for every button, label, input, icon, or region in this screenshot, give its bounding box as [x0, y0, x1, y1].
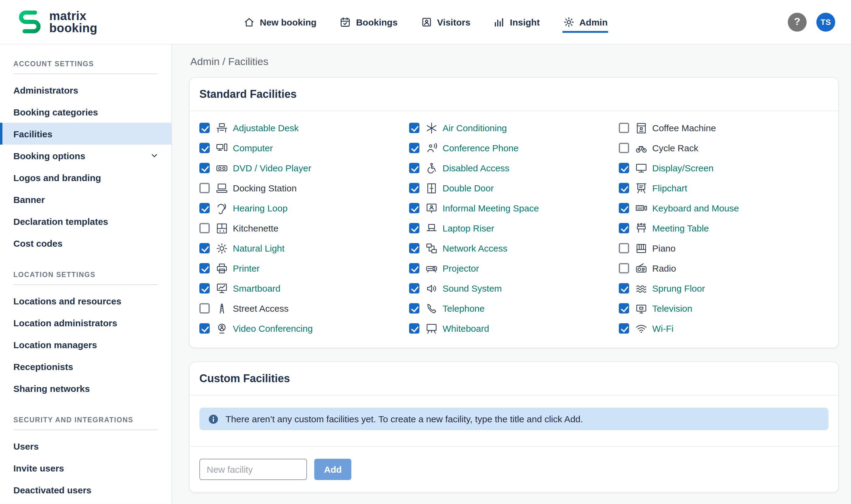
facility-checkbox[interactable]	[199, 223, 210, 233]
facility-checkbox[interactable]	[409, 143, 420, 153]
facility-checkbox[interactable]	[409, 303, 420, 313]
facility-checkbox[interactable]	[619, 283, 629, 293]
facility-label[interactable]: Cycle Rack	[652, 143, 698, 153]
facility-checkbox[interactable]	[619, 203, 629, 213]
new-facility-input[interactable]	[199, 459, 307, 480]
facility-label[interactable]: Natural Light	[233, 243, 284, 253]
facility-checkbox[interactable]	[409, 203, 420, 213]
facility-label[interactable]: DVD / Video Player	[233, 163, 311, 173]
brand[interactable]: matrix booking	[16, 8, 97, 36]
facility-checkbox[interactable]	[619, 163, 629, 173]
facility-label[interactable]: Whiteboard	[443, 323, 489, 334]
facility-checkbox[interactable]	[409, 263, 420, 273]
sidebar-item-banner[interactable]: Banner	[0, 188, 172, 210]
facility-checkbox[interactable]	[199, 263, 210, 273]
facility-label[interactable]: Double Door	[443, 183, 494, 193]
sidebar-item-location-managers[interactable]: Location managers	[0, 334, 172, 356]
facility-checkbox[interactable]	[409, 243, 420, 253]
sidebar-item-facilities[interactable]: Facilities	[0, 123, 172, 145]
facility-label[interactable]: Sound System	[443, 283, 502, 293]
facility-label[interactable]: Hearing Loop	[233, 203, 287, 213]
facility-checkbox[interactable]	[619, 183, 629, 193]
nav-item-bookings[interactable]: Bookings	[339, 11, 398, 33]
sidebar-item-receptionists[interactable]: Receptionists	[0, 356, 172, 377]
facility-label[interactable]: Flipchart	[652, 183, 687, 193]
facility-row: Printer	[199, 258, 409, 278]
sidebar-item-booking-categories[interactable]: Booking categories	[0, 101, 172, 123]
facility-label[interactable]: Network Access	[443, 243, 507, 253]
facility-label[interactable]: Piano	[652, 243, 676, 253]
facility-checkbox[interactable]	[199, 163, 210, 173]
facility-label[interactable]: Wi-Fi	[652, 323, 674, 334]
facility-label[interactable]: Display/Screen	[652, 163, 714, 173]
facility-checkbox[interactable]	[199, 143, 210, 153]
facility-checkbox[interactable]	[619, 223, 629, 233]
facility-label[interactable]: Sprung Floor	[652, 283, 705, 293]
sidebar-item-users[interactable]: Users	[0, 435, 172, 457]
facility-label[interactable]: Smartboard	[233, 283, 281, 293]
facility-checkbox[interactable]	[199, 323, 210, 334]
facility-checkbox[interactable]	[409, 163, 420, 173]
facility-checkbox[interactable]	[619, 143, 629, 153]
facility-checkbox[interactable]	[409, 223, 420, 233]
facility-label[interactable]: Meeting Table	[652, 223, 709, 233]
sidebar-item-deactivated-users[interactable]: Deactivated users	[0, 479, 172, 501]
facility-checkbox[interactable]	[409, 323, 420, 334]
nav-item-visitors[interactable]: Visitors	[420, 11, 471, 33]
facility-label[interactable]: Laptop Riser	[443, 223, 494, 233]
sidebar-item-sharing-networks[interactable]: Sharing networks	[0, 377, 172, 399]
facility-label[interactable]: Docking Station	[233, 183, 297, 193]
nav-item-insight[interactable]: Insight	[493, 11, 540, 33]
facility-checkbox[interactable]	[619, 123, 629, 133]
sidebar-item-cost-codes[interactable]: Cost codes	[0, 232, 172, 254]
facility-label[interactable]: Disabled Access	[443, 163, 509, 173]
facility-checkbox[interactable]	[619, 263, 629, 273]
facility-label[interactable]: Computer	[233, 143, 273, 153]
facility-checkbox[interactable]	[409, 183, 420, 193]
facility-label[interactable]: Radio	[652, 263, 676, 273]
facility-label[interactable]: Kitchenette	[233, 223, 278, 233]
facility-label[interactable]: Conference Phone	[443, 143, 518, 153]
facility-checkbox[interactable]	[619, 303, 629, 313]
sidebar-item-label: Administrators	[13, 85, 78, 95]
sidebar-item-administrators[interactable]: Administrators	[0, 79, 172, 101]
facility-label[interactable]: Projector	[443, 263, 479, 273]
facility-label[interactable]: Street Access	[233, 303, 288, 313]
facility-label[interactable]: Telephone	[443, 303, 484, 313]
facility-checkbox[interactable]	[619, 323, 629, 334]
sidebar-item-declaration-templates[interactable]: Declaration templates	[0, 210, 172, 232]
facility-label[interactable]: Video Conferencing	[233, 323, 313, 334]
sidebar-item-invite-users[interactable]: Invite users	[0, 457, 172, 479]
help-button[interactable]: ?	[788, 13, 806, 31]
facility-label[interactable]: Coffee Machine	[652, 123, 716, 133]
facility-checkbox[interactable]	[199, 183, 210, 193]
facility-row: Street Access	[199, 298, 409, 318]
facility-row: Sprung Floor	[619, 278, 829, 298]
facility-checkbox[interactable]	[199, 303, 210, 313]
facility-checkbox[interactable]	[409, 283, 420, 293]
facility-checkbox[interactable]	[199, 243, 210, 253]
facility-label[interactable]: Keyboard and Mouse	[652, 203, 739, 213]
sidebar-item-location-administrators[interactable]: Location administrators	[0, 312, 172, 334]
facility-checkbox[interactable]	[199, 123, 210, 133]
facility-checkbox[interactable]	[199, 283, 210, 293]
sidebar-item-locations-and-resources[interactable]: Locations and resources	[0, 290, 172, 312]
top-bar: matrix booking New bookingBookingsVisito…	[0, 0, 851, 44]
facility-label[interactable]: Printer	[233, 263, 260, 273]
facility-label[interactable]: Television	[652, 303, 692, 313]
nav-item-new-booking[interactable]: New booking	[243, 11, 317, 33]
hearing-loop-icon	[216, 202, 228, 214]
nav-item-admin[interactable]: Admin	[562, 11, 608, 33]
coffee-machine-icon	[635, 122, 648, 134]
facility-label[interactable]: Adjustable Desk	[233, 123, 299, 133]
sidebar-item-logos-and-branding[interactable]: Logos and branding	[0, 166, 172, 188]
facility-label[interactable]: Informal Meeting Space	[443, 203, 539, 213]
sidebar-item-booking-options[interactable]: Booking options	[0, 145, 172, 166]
add-facility-button[interactable]: Add	[314, 459, 351, 480]
facility-label[interactable]: Air Conditioning	[443, 123, 507, 133]
custom-facilities-body: There aren’t any custom facilities yet. …	[190, 396, 838, 447]
facility-checkbox[interactable]	[199, 203, 210, 213]
user-avatar[interactable]: TS	[816, 13, 835, 31]
facility-checkbox[interactable]	[409, 123, 420, 133]
facility-checkbox[interactable]	[619, 243, 629, 253]
